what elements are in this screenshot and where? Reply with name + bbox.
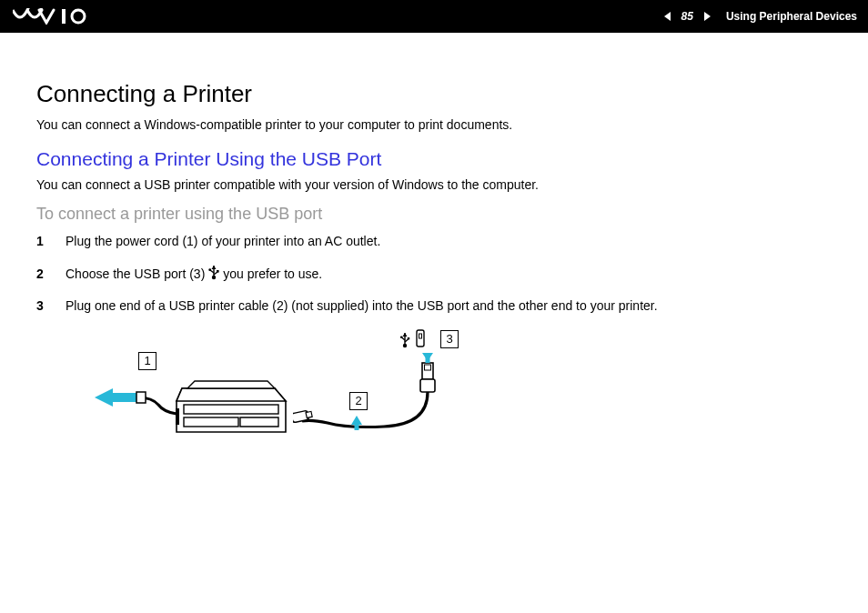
- prev-page-arrow[interactable]: [661, 10, 674, 23]
- svg-rect-21: [306, 411, 312, 417]
- step-item: 2 Choose the USB port (3) you prefer to …: [36, 264, 832, 286]
- page-number: 85: [681, 10, 693, 23]
- step-list: 1 Plug the power cord (1) of your printe…: [36, 233, 832, 316]
- svg-rect-22: [355, 423, 359, 430]
- step-number: 1: [36, 234, 66, 248]
- step-item: 3 Plug one end of a USB printer cable (2…: [36, 297, 832, 316]
- section-subtitle: Connecting a Printer Using the USB Port: [36, 148, 832, 170]
- svg-point-4: [209, 268, 212, 271]
- diagram-callout-3: 3: [440, 330, 459, 348]
- step-number: 3: [36, 298, 66, 313]
- connection-diagram: 3 1 2: [102, 328, 502, 474]
- page-title: Connecting a Printer: [36, 80, 832, 108]
- svg-point-8: [400, 336, 403, 338]
- next-page-arrow[interactable]: [701, 10, 713, 23]
- section-title: Using Peripheral Devices: [726, 10, 857, 23]
- header-bar: 85 Using Peripheral Devices: [0, 0, 868, 33]
- svg-rect-11: [419, 334, 422, 338]
- step-text: Plug one end of a USB printer cable (2) …: [66, 297, 658, 316]
- svg-rect-18: [420, 379, 435, 392]
- usb-port-icon: [395, 328, 440, 352]
- svg-rect-0: [62, 9, 66, 24]
- intro-text: You can connect a Windows-compatible pri…: [36, 117, 832, 132]
- usb-cable-illustration: [293, 352, 457, 452]
- svg-rect-9: [408, 337, 409, 339]
- svg-rect-5: [217, 270, 219, 273]
- svg-point-1: [72, 10, 85, 23]
- header-nav: 85 Using Peripheral Devices: [661, 10, 857, 23]
- svg-rect-19: [426, 354, 430, 363]
- printer-illustration: [93, 368, 302, 459]
- step-number: 2: [36, 266, 66, 281]
- step-text: Choose the USB port (3) you prefer to us…: [66, 264, 322, 286]
- diagram-callout-1: 1: [138, 352, 156, 370]
- vaio-logo: [13, 8, 91, 25]
- usb-icon: [207, 264, 220, 286]
- procedure-title: To connect a printer using the USB port: [36, 205, 832, 224]
- svg-rect-15: [176, 408, 179, 425]
- svg-rect-13: [184, 405, 278, 414]
- svg-rect-14: [184, 417, 238, 427]
- page-content: Connecting a Printer You can connect a W…: [0, 33, 868, 474]
- step-text: Plug the power cord (1) of your printer …: [66, 233, 380, 251]
- step-text-before: Choose the USB port (3): [66, 266, 205, 284]
- step-item: 1 Plug the power cord (1) of your printe…: [36, 233, 832, 251]
- sub-intro-text: You can connect a USB printer compatible…: [36, 177, 832, 192]
- svg-rect-17: [425, 365, 431, 370]
- svg-rect-12: [136, 392, 146, 403]
- step-text-after: you prefer to use.: [223, 266, 322, 284]
